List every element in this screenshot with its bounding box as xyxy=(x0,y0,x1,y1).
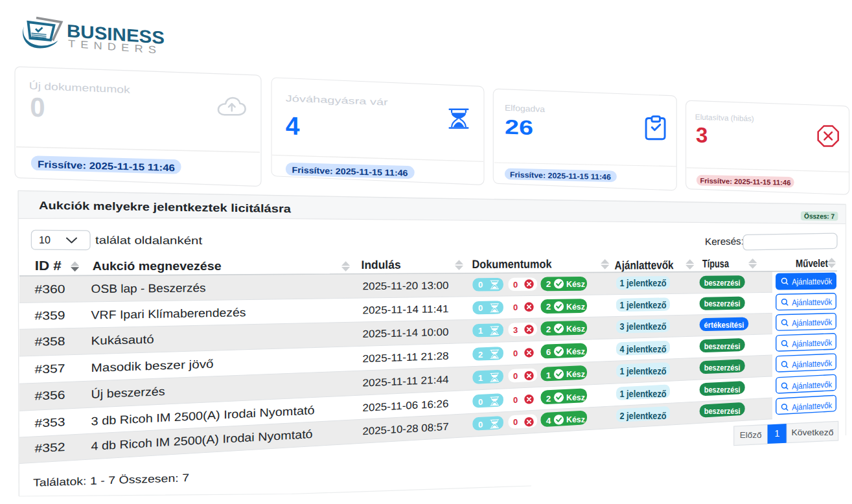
svg-text:Kész: Kész xyxy=(566,369,585,379)
svg-text:1 jelentkező: 1 jelentkező xyxy=(620,366,667,376)
svg-text:0: 0 xyxy=(478,420,483,430)
svg-text:#357: #357 xyxy=(34,362,65,376)
svg-text:Indulás: Indulás xyxy=(362,258,401,271)
svg-text:1 jelentkező: 1 jelentkező xyxy=(620,389,667,399)
svg-text:4: 4 xyxy=(286,111,300,140)
svg-text:0: 0 xyxy=(478,397,483,407)
svg-text:Kész: Kész xyxy=(566,279,585,289)
svg-text:Keresés:: Keresés: xyxy=(705,235,744,247)
svg-text:#359: #359 xyxy=(34,309,65,323)
svg-text:találat oldalanként: találat oldalanként xyxy=(95,234,203,246)
svg-text:2: 2 xyxy=(546,394,551,404)
svg-text:1: 1 xyxy=(478,326,483,336)
svg-text:0: 0 xyxy=(513,395,518,405)
svg-text:#356: #356 xyxy=(34,389,65,403)
svg-text:Következő: Következő xyxy=(792,428,834,437)
svg-text:Kész: Kész xyxy=(566,393,585,402)
svg-text:Kész: Kész xyxy=(566,415,585,424)
svg-text:Dokumentumok: Dokumentumok xyxy=(472,258,553,271)
svg-text:Aukció megnevezése: Aukció megnevezése xyxy=(93,259,222,273)
svg-text:6: 6 xyxy=(546,347,551,357)
svg-text:#360: #360 xyxy=(34,282,65,295)
svg-text:beszerzési: beszerzési xyxy=(704,385,741,395)
svg-text:10: 10 xyxy=(39,235,51,246)
svg-text:1 jelentkező: 1 jelentkező xyxy=(620,278,667,288)
svg-text:1: 1 xyxy=(775,428,780,439)
svg-text:ID #: ID # xyxy=(35,258,62,273)
svg-text:3: 3 xyxy=(696,123,708,148)
svg-text:4 jelentkező: 4 jelentkező xyxy=(620,344,667,354)
svg-text:értékesítési: értékesítési xyxy=(704,320,744,330)
svg-text:2025-11-14 11:41: 2025-11-14 11:41 xyxy=(363,303,449,315)
svg-text:4: 4 xyxy=(546,416,551,426)
svg-text:0: 0 xyxy=(513,417,518,427)
svg-text:3 jelentkező: 3 jelentkező xyxy=(620,321,667,332)
svg-text:Kész: Kész xyxy=(566,324,585,334)
svg-text:1 jelentkező: 1 jelentkező xyxy=(620,300,667,310)
svg-text:OSB lap - Beszerzés: OSB lap - Beszerzés xyxy=(91,281,206,295)
svg-text:2: 2 xyxy=(546,325,551,334)
svg-text:beszerzési: beszerzési xyxy=(704,341,741,351)
svg-text:0: 0 xyxy=(513,371,518,381)
svg-text:Kész: Kész xyxy=(566,302,585,312)
svg-text:Előző: Előző xyxy=(740,430,762,440)
svg-text:#352: #352 xyxy=(34,441,65,455)
svg-text:Ajánlattevők: Ajánlattevők xyxy=(792,380,832,391)
svg-text:Összes: 7: Összes: 7 xyxy=(804,212,835,220)
svg-text:0: 0 xyxy=(478,280,483,290)
svg-text:Típusa: Típusa xyxy=(702,258,729,270)
svg-text:Ajánlattevők: Ajánlattevők xyxy=(615,258,674,271)
svg-text:Ajánlattevők: Ajánlattevők xyxy=(792,358,832,370)
svg-text:Kész: Kész xyxy=(566,347,585,356)
svg-text:Ajánlattevők: Ajánlattevők xyxy=(792,297,832,307)
svg-text:Művelet: Művelet xyxy=(796,257,828,269)
svg-text:2025-11-20 13:00: 2025-11-20 13:00 xyxy=(363,280,449,292)
svg-text:0: 0 xyxy=(513,349,518,358)
svg-text:beszerzési: beszerzési xyxy=(704,299,741,308)
svg-text:beszerzési: beszerzési xyxy=(704,406,741,416)
svg-text:Elutasítva (hibás): Elutasítva (hibás) xyxy=(695,113,754,124)
svg-text:3: 3 xyxy=(513,325,518,335)
svg-text:beszerzési: beszerzési xyxy=(704,278,741,288)
svg-text:0: 0 xyxy=(30,91,45,122)
svg-text:2: 2 xyxy=(546,302,551,312)
svg-text:1: 1 xyxy=(478,373,483,383)
svg-text:beszerzési: beszerzési xyxy=(704,363,741,372)
svg-text:VRF Ipari Klímaberendezés: VRF Ipari Klímaberendezés xyxy=(91,306,246,321)
svg-text:26: 26 xyxy=(505,115,533,140)
svg-text:0: 0 xyxy=(513,303,518,312)
svg-text:#353: #353 xyxy=(34,415,65,430)
svg-text:Elfogadva: Elfogadva xyxy=(505,103,546,114)
svg-text:2 jelentkező: 2 jelentkező xyxy=(620,411,667,421)
svg-text:1: 1 xyxy=(546,371,551,380)
svg-text:2: 2 xyxy=(478,350,483,360)
svg-text:Kukásautó: Kukásautó xyxy=(91,333,154,347)
svg-text:0: 0 xyxy=(513,280,518,290)
svg-text:Ajánlattevők: Ajánlattevők xyxy=(792,338,832,349)
svg-text:Ajánlattevők: Ajánlattevők xyxy=(792,317,832,328)
svg-text:#358: #358 xyxy=(34,335,65,349)
svg-text:2025-11-14 10:00: 2025-11-14 10:00 xyxy=(363,326,449,339)
svg-text:Ajánlattevők: Ajánlattevők xyxy=(792,277,832,287)
svg-text:2: 2 xyxy=(546,279,551,289)
svg-text:0: 0 xyxy=(478,303,483,313)
